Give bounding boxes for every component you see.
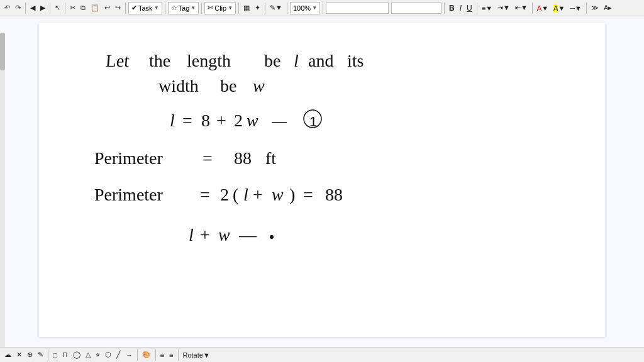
bottom-rotate-arrow: ▼ [203,351,210,359]
list-button[interactable]: ≡▼ [480,1,494,15]
svg-text:(: ( [233,185,238,204]
bold-button[interactable]: B [447,1,457,15]
toolbar-separator-7 [238,3,239,14]
svg-text:—: — [272,112,287,129]
toolbar-separator-11 [444,3,445,14]
bottom-pen-icon[interactable]: ✎ [36,349,45,361]
bottom-list2-icon[interactable]: ≡ [167,349,175,361]
bottom-arrow-icon[interactable]: → [124,349,135,361]
svg-text:=: = [203,148,213,168]
prev-button[interactable]: ◀ [28,1,37,15]
svg-text:): ) [289,185,295,204]
clip-dropdown-arrow: ▼ [228,5,233,11]
copy-button[interactable]: ⧉ [79,1,87,15]
search-input-2[interactable] [391,3,441,14]
clip-dropdown[interactable]: ✄ Clip ▼ [204,2,236,14]
bottom-list-icon[interactable]: ≡ [158,349,166,361]
task-label: Task [138,4,153,12]
svg-text:and: and [308,51,333,70]
clip-label: Clip [214,4,226,12]
svg-text:2: 2 [234,111,243,130]
svg-text:ft: ft [265,148,276,168]
search-input[interactable] [326,3,389,14]
more-button[interactable]: ≫ [589,1,601,15]
bottom-cloud-icon[interactable]: ☁ [3,349,13,361]
svg-text:width: width [158,76,199,96]
tag-dropdown[interactable]: ☆ Tag ▼ [168,2,199,14]
redo-button[interactable]: ↷ [13,1,23,15]
top-toolbar: ↶ ↷ ◀ ▶ ↖ ✂ ⧉ 📋 ↩ ↪ ✔ Task ▼ ☆ Tag ▼ ✄ C… [0,0,644,16]
tag-label: Tag [179,4,190,12]
outdent-button[interactable]: ⇤▼ [513,1,530,15]
svg-point-37 [270,235,274,239]
bottom-color-icon[interactable]: 🎨 [140,349,153,361]
svg-text:be: be [264,51,280,70]
line-color-button[interactable]: ─▼ [568,1,584,15]
italic-button[interactable]: I [458,1,464,15]
svg-text:w: w [218,225,230,244]
toolbar-separator-14 [586,3,587,14]
indent-button[interactable]: ⇥▼ [496,1,512,15]
toolbar-separator-6 [201,3,202,14]
svg-text:88: 88 [325,185,343,204]
grid-button[interactable]: ▦ [242,1,252,15]
svg-text:1: 1 [309,114,317,129]
svg-text:be: be [220,76,236,96]
next-button[interactable]: ▶ [38,1,47,15]
pen-button[interactable]: ✎▼ [268,1,284,15]
svg-text:the: the [149,51,170,70]
cut-button[interactable]: ✂ [68,1,77,15]
toolbar-separator-5 [165,3,165,14]
bottom-separator-2 [137,349,138,361]
toolbar-separator-4 [125,3,126,14]
white-page: Let the length be l and its width be w l… [39,23,605,337]
paste-button[interactable]: 📋 [89,1,101,15]
bottom-triangle-icon[interactable]: △ [84,349,92,361]
bottom-separator-1 [48,349,48,361]
svg-text:8: 8 [201,111,210,130]
zoom-dropdown[interactable]: 100% ▼ [290,2,320,14]
scrollbar[interactable] [0,33,5,349]
svg-text:l: l [170,111,175,130]
svg-text:Perimeter: Perimeter [94,185,164,204]
star-button[interactable]: ✦ [253,1,262,15]
font-color-button[interactable]: A▼ [535,1,550,15]
toolbar-separator-8 [265,3,265,14]
font-color-icon: A [537,4,541,12]
font-a-button[interactable]: A▸ [602,1,614,15]
svg-text:l: l [294,51,299,70]
bottom-add-icon[interactable]: ⊕ [25,349,35,361]
svg-text:w: w [247,111,258,130]
zoom-dropdown-arrow: ▼ [312,5,317,11]
bottom-rotate-button[interactable]: Rotate ▼ [181,349,212,361]
task-dropdown[interactable]: ✔ Task ▼ [128,2,162,14]
svg-text:—: — [238,225,257,244]
redo3-button[interactable]: ↪ [113,1,123,15]
svg-text:+: + [200,225,210,244]
toolbar-separator-3 [65,3,65,14]
toolbar-separator-13 [532,3,533,14]
bottom-polygon-icon[interactable]: ⬡ [103,349,113,361]
bottom-diamond-icon[interactable]: ⋄ [94,349,102,361]
toolbar-separator-2 [50,3,50,14]
bottom-line-icon[interactable]: ╱ [114,349,123,361]
svg-text:its: its [347,51,364,70]
underline-button[interactable]: U [465,1,474,15]
svg-text:l: l [243,185,248,204]
bottom-separator-4 [178,349,179,361]
cursor-tool[interactable]: ↖ [53,1,62,15]
svg-text:Perimeter: Perimeter [94,148,164,168]
toolbar-separator-10 [323,3,323,14]
bottom-rect-icon[interactable]: □ [51,349,59,361]
highlight-button[interactable]: A▼ [552,1,567,15]
toolbar-separator-9 [287,3,287,14]
svg-text:length: length [187,51,231,70]
svg-text:=: = [303,185,313,204]
undo3-button[interactable]: ↩ [103,1,112,15]
scroll-thumb[interactable] [0,33,5,70]
bottom-shape-icon[interactable]: ⊓ [60,349,70,361]
svg-text:w: w [253,76,265,96]
undo-button[interactable]: ↶ [3,1,12,15]
bottom-circle-icon[interactable]: ◯ [71,349,82,361]
bottom-close-icon[interactable]: ✕ [14,349,24,361]
